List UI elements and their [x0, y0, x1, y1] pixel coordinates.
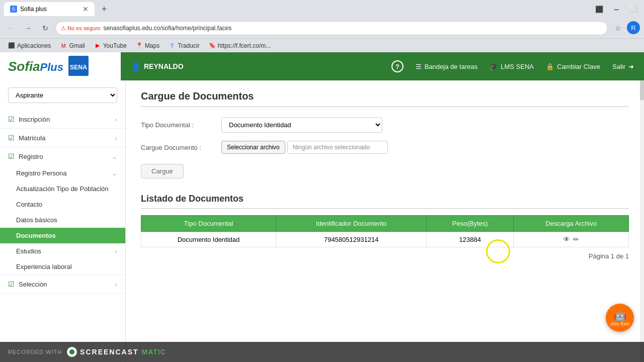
- browser-titlebar: S Sofia plus ✕ + ⬛ ─ ⬜: [0, 0, 644, 18]
- estudios-arrow-icon: ‹: [115, 247, 117, 255]
- url-text: senasofiaplus.edu.co/sofia/home/principa…: [103, 25, 231, 32]
- bookmark-maps[interactable]: 📍 Maps: [132, 41, 164, 50]
- bookmark-youtube[interactable]: ▶ YouTube: [90, 41, 131, 50]
- cargue-button[interactable]: Cargue: [141, 164, 184, 178]
- sidebar-item-seleccion[interactable]: ☑ Selección ‹: [0, 275, 125, 293]
- edit-icon[interactable]: ✏: [573, 235, 579, 243]
- maximize-button[interactable]: ⬜: [627, 3, 640, 16]
- documents-table: Tipo Documental Identificador Documento …: [141, 215, 629, 247]
- user-icon: 👤: [131, 62, 141, 71]
- extensions-icon[interactable]: ⬛: [593, 3, 606, 16]
- exit-icon: ➜: [628, 63, 634, 70]
- inscripcion-arrow-icon: ‹: [115, 116, 117, 123]
- back-button[interactable]: ←: [4, 21, 18, 35]
- no-file-text: Ningún archivo seleccionado: [287, 141, 388, 154]
- rec-circle: [67, 347, 77, 357]
- matricula-check-icon: ☑: [8, 134, 15, 142]
- help-button[interactable]: ?: [391, 60, 404, 72]
- registro-left: ☑ Registro: [8, 152, 43, 160]
- sidebar-sub-actualizacion[interactable]: Actualización Tipo de Población: [0, 181, 125, 197]
- sidebar-seccion-registro: ☑ Registro ⌄ Registro Persona ⌄ Actualiz…: [0, 147, 125, 275]
- sidebar-sub-estudios[interactable]: Estudios ‹: [0, 243, 125, 259]
- cargue-documento-row: Cargue Documento : Seleccionar archivo N…: [141, 141, 629, 154]
- lms-link[interactable]: 🎓 LMS SENA: [490, 63, 534, 70]
- role-select[interactable]: Aspirante: [8, 87, 117, 103]
- recording-bar: RECORDED WITH SCREENCAST MATIC: [0, 342, 644, 362]
- sidebar-sub-registro-persona[interactable]: Registro Persona ⌄: [0, 165, 125, 181]
- eval-button[interactable]: 🤖 ¡Soy Eva!: [606, 304, 634, 332]
- cell-peso: 123884: [427, 232, 514, 247]
- browser-tab[interactable]: S Sofia plus ✕: [4, 2, 95, 16]
- table-header: Tipo Documental Identificador Documento …: [141, 216, 629, 232]
- new-tab-button[interactable]: +: [98, 3, 111, 16]
- table-header-row: Tipo Documental Identificador Documento …: [141, 216, 629, 232]
- bookmark-icon-fcert: 🔖: [209, 42, 216, 49]
- content-layout: Aspirante ☑ Inscripción ‹ ☑ Matrícula: [0, 80, 644, 362]
- inscripcion-check-icon: ☑: [8, 115, 15, 123]
- page-title: Cargue de Documentos: [141, 90, 629, 107]
- profile-icon[interactable]: R: [627, 21, 640, 34]
- registro-arrow-icon: ⌄: [112, 153, 117, 160]
- sidebar-sub-documentos[interactable]: Documentos: [0, 228, 125, 243]
- select-file-button[interactable]: Seleccionar archivo: [221, 141, 285, 154]
- bookmark-aplicaciones[interactable]: ⬛ Aplicaciones: [4, 41, 55, 50]
- sidebar-select-wrapper: Aspirante: [0, 80, 125, 110]
- gmail-icon: M: [60, 42, 67, 49]
- top-nav: 👤 REYNALDO ? ☰ Bandeja de tareas 🎓 LMS S…: [121, 52, 644, 80]
- tab-favicon: S: [10, 6, 17, 13]
- sidebar-seccion-seleccion: ☑ Selección ‹: [0, 275, 125, 294]
- matricula-arrow-icon: ‹: [115, 134, 117, 142]
- sidebar-seccion-matricula: ☑ Matrícula ‹: [0, 129, 125, 147]
- sidebar-sub-datos-basicos[interactable]: Datos básicos: [0, 212, 125, 228]
- minimize-button[interactable]: ─: [610, 3, 623, 16]
- salir-link[interactable]: Salir ➜: [612, 63, 634, 70]
- file-input-wrapper: Seleccionar archivo Ningún archivo selec…: [221, 141, 388, 154]
- recording-logo: SCREENCAST MATIC: [67, 347, 166, 357]
- address-bar[interactable]: ⚠ No es seguro senasofiaplus.edu.co/sofi…: [55, 21, 608, 35]
- seleccion-check-icon: ☑: [8, 280, 15, 288]
- sidebar-item-matricula[interactable]: ☑ Matrícula ‹: [0, 129, 125, 147]
- sidebar-sub-experiencia[interactable]: Experiencia laboral: [0, 259, 125, 275]
- sidebar-sub-contacto[interactable]: Contacto: [0, 197, 125, 212]
- tipo-documental-select[interactable]: Documento Identidad: [221, 117, 382, 133]
- maps-icon: 📍: [136, 42, 143, 49]
- scrollbar-thumb[interactable]: [640, 80, 644, 101]
- tab-close-button[interactable]: ✕: [83, 5, 89, 13]
- inscripcion-left: ☑ Inscripción: [8, 115, 50, 123]
- sidebar-item-inscripcion[interactable]: ☑ Inscripción ‹: [0, 110, 125, 128]
- bookmark-fcert[interactable]: 🔖 https://f.fcert.co/m...: [205, 41, 275, 50]
- view-icon[interactable]: 👁: [563, 235, 570, 243]
- logo-area: SofiaPlus SENA: [0, 52, 121, 80]
- sena-logo: SENA: [68, 56, 89, 77]
- bookmark-gmail[interactable]: M Gmail: [56, 41, 89, 50]
- user-name: 👤 REYNALDO: [131, 62, 184, 71]
- table-row: Documento Identidad 794580512931214 1238…: [141, 232, 629, 247]
- sidebar-item-registro[interactable]: ☑ Registro ⌄: [0, 147, 125, 165]
- cell-id: 794580512931214: [276, 232, 427, 247]
- rec-inner: [69, 349, 74, 354]
- cambiar-clave-link[interactable]: 🔒 Cambiar Clave: [546, 63, 600, 70]
- lock-icon: 🔒: [546, 63, 554, 70]
- bookmark-icon[interactable]: ☆: [611, 21, 625, 35]
- scrollbar[interactable]: [640, 80, 644, 362]
- lms-icon: 🎓: [490, 63, 498, 70]
- pagination: Página 1 de 1: [141, 252, 629, 260]
- insecure-icon: ⚠ No es seguro: [61, 25, 100, 32]
- bookmark-traducir[interactable]: T Traducir: [165, 41, 204, 50]
- forward-button[interactable]: →: [21, 21, 35, 35]
- action-icons: 👁 ✏: [520, 235, 622, 243]
- sidebar: Aspirante ☑ Inscripción ‹ ☑ Matrícula: [0, 80, 126, 362]
- translate-icon: T: [169, 42, 176, 49]
- apps-icon: ⬛: [8, 42, 15, 49]
- tab-title: Sofia plus: [20, 6, 47, 13]
- screencast-text: SCREENCAST: [80, 348, 138, 356]
- bandeja-link[interactable]: ☰ Bandeja de tareas: [416, 63, 478, 70]
- logo-text: SofiaPlus: [8, 58, 63, 74]
- cell-actions: 👁 ✏: [514, 232, 629, 247]
- col-descarga: Descarga Archivo: [514, 216, 629, 232]
- col-peso: Peso(Bytes): [427, 216, 514, 232]
- seleccion-left: ☑ Selección: [8, 280, 47, 288]
- browser-toolbar: ← → ↻ ⚠ No es seguro senasofiaplus.edu.c…: [0, 18, 644, 38]
- reload-button[interactable]: ↻: [38, 21, 52, 35]
- col-tipo-documental: Tipo Documental: [141, 216, 276, 232]
